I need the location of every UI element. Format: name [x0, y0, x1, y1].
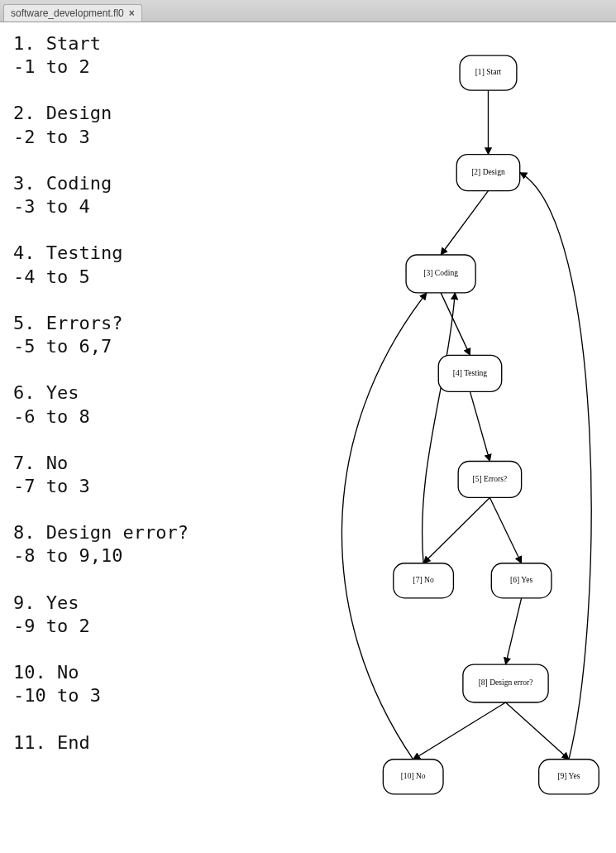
line: -7 to 3 — [13, 476, 90, 496]
flow-node-label-n3: [3] Coding — [423, 268, 458, 277]
flow-edge-n5-n6 — [489, 497, 521, 563]
line: 11. End — [13, 732, 90, 753]
file-tab-label: software_development.fl0 — [11, 7, 124, 19]
flow-edge-n8-n9 — [505, 702, 568, 760]
flow-node-label-n9: [9] Yes — [557, 771, 580, 780]
flow-node-label-n6: [6] Yes — [510, 575, 532, 584]
line: 8. Design error? — [13, 522, 189, 543]
line: 7. No — [13, 453, 68, 473]
line: -6 to 8 — [13, 406, 90, 427]
diagram-panel[interactable]: [1] Start[2] Design[3] Coding[4] Testing… — [300, 22, 616, 853]
flow-node-label-n10: [10] No — [400, 771, 425, 780]
flow-edge-n6-n8 — [505, 598, 521, 664]
line: 9. Yes — [13, 592, 79, 613]
file-tab[interactable]: software_development.fl0 × — [3, 4, 142, 22]
line: -2 to 3 — [13, 127, 90, 147]
line: 4. Testing — [13, 242, 122, 263]
flow-node-label-n4: [4] Testing — [453, 368, 488, 377]
line: -4 to 5 — [13, 266, 90, 287]
line: 10. No — [13, 662, 79, 683]
content-area: 1. Start -1 to 2 2. Design -2 to 3 3. Co… — [0, 22, 616, 853]
flow-edge-n10-n3 — [341, 293, 426, 760]
flowchart-svg: [1] Start[2] Design[3] Coding[4] Testing… — [300, 22, 616, 853]
line: -10 to 3 — [13, 685, 101, 706]
flow-edge-n5-n7 — [423, 497, 489, 563]
line: 5. Errors? — [13, 313, 122, 333]
flow-edge-n3-n4 — [441, 293, 470, 356]
line: -5 to 6,7 — [13, 336, 112, 357]
flow-edge-n8-n10 — [413, 702, 505, 760]
flow-node-label-n1: [1] Start — [475, 67, 501, 76]
line: 3. Coding — [13, 173, 112, 194]
source-text-panel[interactable]: 1. Start -1 to 2 2. Design -2 to 3 3. Co… — [0, 22, 300, 853]
flow-node-label-n8: [8] Design error? — [478, 678, 532, 687]
line: 1. Start — [13, 33, 101, 54]
line: -1 to 2 — [13, 56, 90, 77]
close-icon[interactable]: × — [129, 7, 135, 19]
line: 2. Design — [13, 103, 112, 123]
flow-node-label-n7: [7] No — [413, 575, 433, 584]
flow-edge-n2-n3 — [441, 191, 488, 255]
line: 6. Yes — [13, 382, 79, 403]
line: -9 to 2 — [13, 616, 90, 636]
line: -3 to 4 — [13, 196, 90, 217]
flow-node-label-n2: [2] Design — [471, 167, 505, 176]
flow-edge-n4-n5 — [470, 391, 489, 461]
tab-bar: software_development.fl0 × — [0, 0, 616, 22]
flow-edge-n7-n3 — [422, 293, 455, 563]
line: -8 to 9,10 — [13, 545, 122, 566]
flow-node-label-n5: [5] Errors? — [472, 474, 507, 483]
